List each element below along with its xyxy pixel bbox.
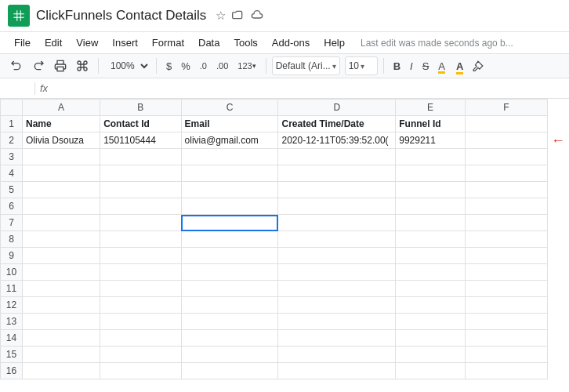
- cell-1-5[interactable]: Funnel Id: [396, 116, 466, 132]
- cell-15-4[interactable]: [278, 347, 396, 363]
- cell-16-5[interactable]: [396, 363, 466, 379]
- cell-3-5[interactable]: [396, 149, 466, 165]
- font-size-container[interactable]: 10 ▾: [345, 56, 378, 75]
- cell-15-6[interactable]: [465, 347, 547, 363]
- percent-button[interactable]: %: [177, 58, 194, 74]
- cell-16-3[interactable]: [181, 363, 278, 379]
- cell-6-4[interactable]: [278, 198, 396, 215]
- cell-11-5[interactable]: [396, 281, 466, 297]
- fill-color-button[interactable]: [469, 58, 487, 74]
- cell-5-6[interactable]: [465, 182, 547, 198]
- cell-3-1[interactable]: [23, 149, 100, 165]
- cell-14-2[interactable]: [100, 330, 181, 347]
- underline-button[interactable]: A: [434, 58, 449, 74]
- cell-16-4[interactable]: [278, 363, 396, 379]
- cell-15-3[interactable]: [181, 347, 278, 363]
- menu-tools[interactable]: Tools: [227, 34, 263, 52]
- cell-16-1[interactable]: [23, 363, 100, 379]
- cell-12-1[interactable]: [23, 297, 100, 314]
- cell-10-5[interactable]: [396, 264, 466, 281]
- cell-4-4[interactable]: [278, 165, 396, 182]
- cell-13-2[interactable]: [100, 314, 181, 330]
- cell-8-4[interactable]: [278, 231, 396, 248]
- cell-2-2[interactable]: 1501105444: [100, 132, 181, 149]
- menu-format[interactable]: Format: [146, 34, 190, 52]
- menu-add-ons[interactable]: Add-ons: [266, 34, 316, 52]
- col-header-e[interactable]: E: [396, 100, 466, 116]
- cell-10-4[interactable]: [278, 264, 396, 281]
- col-header-c[interactable]: C: [181, 100, 278, 116]
- cell-9-1[interactable]: [23, 248, 100, 264]
- cell-9-2[interactable]: [100, 248, 181, 264]
- redo-button[interactable]: [28, 57, 49, 74]
- cell-8-6[interactable]: [465, 231, 547, 248]
- inc-decimals-button[interactable]: .00: [212, 59, 232, 73]
- star-icon[interactable]: ☆: [216, 9, 226, 24]
- col-header-b[interactable]: B: [100, 100, 181, 116]
- cell-9-5[interactable]: [396, 248, 466, 264]
- cell-1-3[interactable]: Email: [181, 116, 278, 132]
- bold-button[interactable]: B: [390, 58, 404, 74]
- cell-4-5[interactable]: [396, 165, 466, 182]
- cell-1-1[interactable]: Name: [23, 116, 100, 132]
- cell-5-2[interactable]: [100, 182, 181, 198]
- cell-6-6[interactable]: [465, 198, 547, 215]
- cell-15-5[interactable]: [396, 347, 466, 363]
- cell-8-2[interactable]: [100, 231, 181, 248]
- cell-16-2[interactable]: [100, 363, 181, 379]
- cell-5-4[interactable]: [278, 182, 396, 198]
- cell-13-6[interactable]: [465, 314, 547, 330]
- cell-4-6[interactable]: [465, 165, 547, 182]
- dec-decimals-button[interactable]: .0: [196, 59, 211, 73]
- cell-4-1[interactable]: [23, 165, 100, 182]
- cell-12-5[interactable]: [396, 297, 466, 314]
- cell-10-6[interactable]: [465, 264, 547, 281]
- cell-10-1[interactable]: [23, 264, 100, 281]
- cell-2-5[interactable]: 9929211: [396, 132, 466, 149]
- cell-9-3[interactable]: [181, 248, 278, 264]
- cell-6-1[interactable]: [23, 198, 100, 215]
- cell-13-5[interactable]: [396, 314, 466, 330]
- strikethrough-button[interactable]: S: [419, 58, 433, 74]
- cell-5-5[interactable]: [396, 182, 466, 198]
- cell-13-3[interactable]: [181, 314, 278, 330]
- cell-5-3[interactable]: [181, 182, 278, 198]
- paint-format-button[interactable]: [72, 57, 92, 74]
- cell-14-3[interactable]: [181, 330, 278, 347]
- undo-button[interactable]: [6, 57, 27, 74]
- cell-14-4[interactable]: [278, 330, 396, 347]
- zoom-selector[interactable]: 100% 75% 50% 125% 150%: [104, 58, 150, 74]
- cell-6-5[interactable]: [396, 198, 466, 215]
- col-header-d[interactable]: D: [278, 100, 396, 116]
- cell-15-2[interactable]: [100, 347, 181, 363]
- cell-7-2[interactable]: [100, 215, 181, 231]
- cell-13-1[interactable]: [23, 314, 100, 330]
- text-color-button[interactable]: A: [452, 58, 467, 74]
- cell-12-6[interactable]: [465, 297, 547, 314]
- cell-6-3[interactable]: [181, 198, 278, 215]
- cell-2-4[interactable]: 2020-12-11T05:39:52.00(: [278, 132, 396, 149]
- font-selector-container[interactable]: Default (Ari... ▾: [272, 56, 340, 75]
- cell-7-5[interactable]: [396, 215, 466, 231]
- folder-icon[interactable]: [232, 9, 245, 24]
- cell-7-3[interactable]: [181, 215, 278, 231]
- cell-2-6[interactable]: [465, 132, 547, 149]
- cell-5-1[interactable]: [23, 182, 100, 198]
- cell-11-2[interactable]: [100, 281, 181, 297]
- col-header-f[interactable]: F: [465, 100, 547, 116]
- cell-1-6[interactable]: [465, 116, 547, 132]
- cell-2-3[interactable]: olivia@gmail.com: [181, 132, 278, 149]
- cell-12-4[interactable]: [278, 297, 396, 314]
- cell-11-1[interactable]: [23, 281, 100, 297]
- cell-7-4[interactable]: [278, 215, 396, 231]
- currency-button[interactable]: $: [162, 58, 176, 74]
- cell-12-2[interactable]: [100, 297, 181, 314]
- cell-1-2[interactable]: Contact Id: [100, 116, 181, 132]
- cell-3-4[interactable]: [278, 149, 396, 165]
- cell-9-4[interactable]: [278, 248, 396, 264]
- cell-8-5[interactable]: [396, 231, 466, 248]
- italic-button[interactable]: I: [406, 58, 417, 74]
- menu-view[interactable]: View: [70, 34, 104, 52]
- menu-edit[interactable]: Edit: [38, 34, 68, 52]
- cell-14-1[interactable]: [23, 330, 100, 347]
